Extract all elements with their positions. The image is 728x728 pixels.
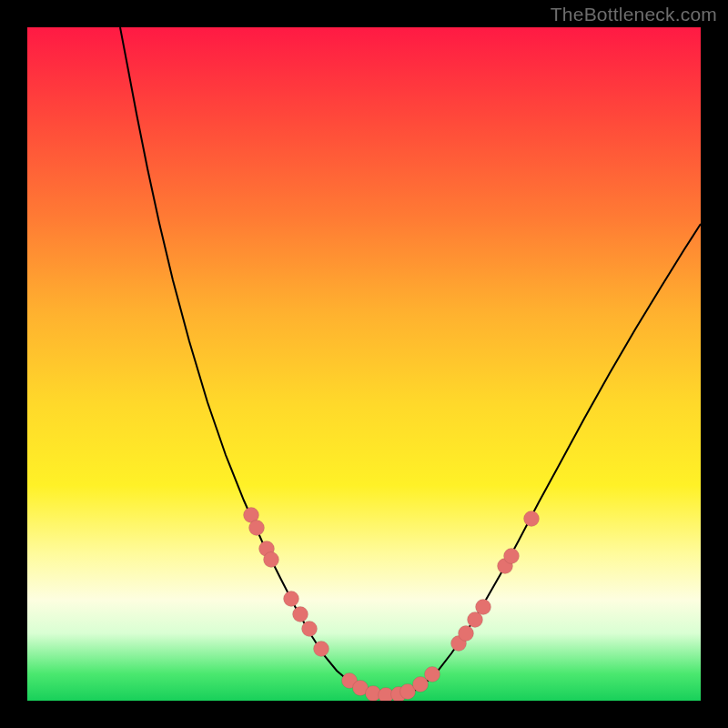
data-point xyxy=(425,667,440,682)
data-markers xyxy=(244,508,540,702)
chart-svg xyxy=(27,27,701,701)
data-point xyxy=(314,642,329,657)
data-point xyxy=(293,607,308,622)
plot-area xyxy=(27,27,701,701)
watermark-text: TheBottleneck.com xyxy=(551,4,717,25)
data-point xyxy=(504,549,520,564)
data-point xyxy=(249,521,265,536)
data-point xyxy=(284,592,299,607)
data-point xyxy=(524,511,540,527)
data-point xyxy=(302,622,318,637)
data-point xyxy=(476,600,491,615)
bottleneck-curve xyxy=(120,27,701,697)
data-point xyxy=(459,626,474,642)
data-point xyxy=(264,552,279,568)
outer-frame: TheBottleneck.com xyxy=(0,0,728,728)
